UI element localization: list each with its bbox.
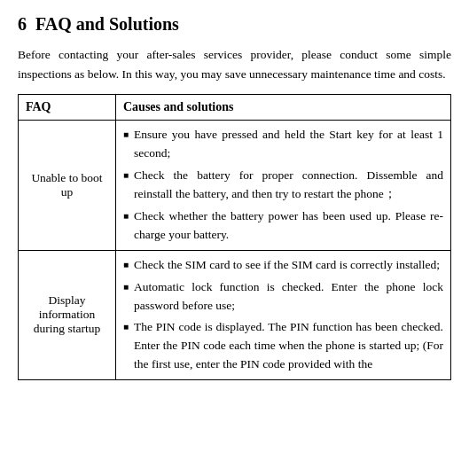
bullet-text: Check the battery for proper connection.… [134, 167, 443, 204]
table-header-row: FAQ Causes and solutions [19, 95, 451, 121]
bullet-icon: ■ [123, 128, 129, 142]
bullet-item: ■Check the SIM card to see if the SIM ca… [123, 256, 443, 275]
faq-cell-0: Unable to boot up [19, 121, 116, 251]
heading-number: 6 [18, 14, 27, 34]
bullet-item: ■Automatic lock function is checked. Ent… [123, 278, 443, 316]
bullet-icon: ■ [123, 209, 129, 223]
causes-cell-0: ■Ensure you have pressed and held the St… [116, 121, 451, 251]
table-row: Unable to boot up■Ensure you have presse… [19, 121, 451, 251]
faq-cell-1: Display information during startup [19, 250, 116, 380]
page-heading: 6 FAQ and Solutions [18, 14, 451, 35]
bullet-text: Automatic lock function is checked. Ente… [134, 278, 443, 316]
col-causes-header: Causes and solutions [116, 95, 451, 121]
intro-paragraph: Before contacting your after-sales servi… [18, 45, 451, 83]
bullet-text: Ensure you have pressed and held the Sta… [134, 126, 443, 163]
bullet-icon: ■ [123, 280, 129, 294]
bullet-text: The PIN code is displayed. The PIN funct… [134, 318, 443, 374]
bullet-item: ■Ensure you have pressed and held the St… [123, 126, 443, 163]
bullet-item: ■Check the battery for proper connection… [123, 167, 443, 204]
bullet-item: ■The PIN code is displayed. The PIN func… [123, 318, 443, 374]
bullet-text: Check the SIM card to see if the SIM car… [134, 256, 443, 275]
table-row: Display information during startup■Check… [19, 250, 451, 380]
bullet-icon: ■ [123, 258, 129, 272]
bullet-item: ■Check whether the battery power has bee… [123, 207, 443, 245]
faq-table: FAQ Causes and solutions Unable to boot … [18, 94, 451, 380]
bullet-icon: ■ [123, 168, 129, 183]
causes-cell-1: ■Check the SIM card to see if the SIM ca… [116, 250, 451, 380]
heading-title: FAQ and Solutions [35, 14, 179, 34]
bullet-icon: ■ [123, 320, 129, 334]
col-faq-header: FAQ [19, 95, 116, 121]
bullet-text: Check whether the battery power has been… [134, 207, 443, 245]
